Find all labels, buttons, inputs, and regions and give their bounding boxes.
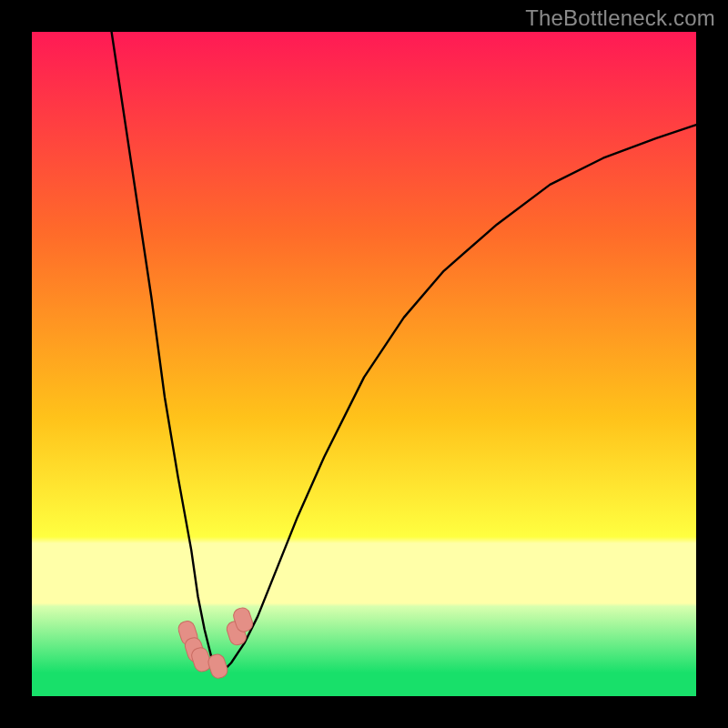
bottleneck-chart: [32, 32, 696, 696]
svg-rect-0: [32, 32, 696, 696]
watermark-label: TheBottleneck.com: [525, 5, 715, 31]
chart-frame: TheBottleneck.com: [0, 0, 728, 728]
plot-area: [32, 32, 696, 696]
